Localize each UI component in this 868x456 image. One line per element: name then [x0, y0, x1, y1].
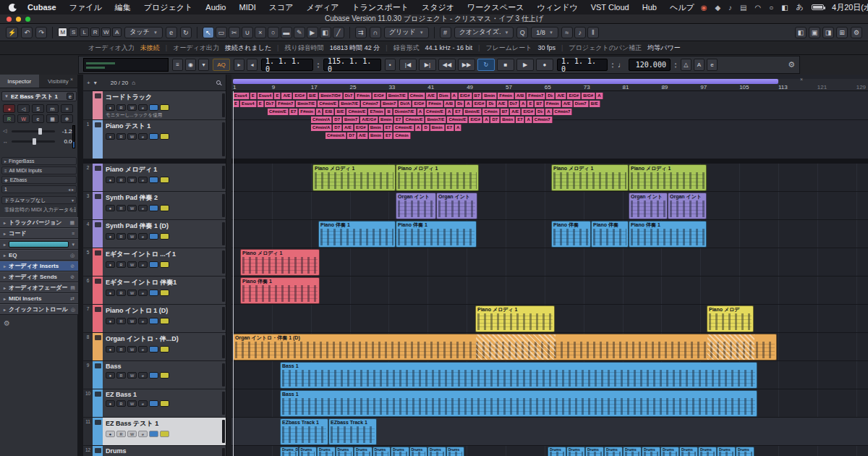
midi-event[interactable]: Piano 伴奏 — [591, 221, 629, 248]
track-button-0[interactable]: ● — [106, 177, 115, 183]
pan-slider-thumb[interactable] — [33, 138, 36, 145]
midi-event[interactable]: Bass 1 — [280, 362, 757, 389]
track-button-0[interactable]: ● — [106, 233, 115, 240]
chord-event[interactable]: C#min/E — [425, 109, 446, 115]
volume-slider-thumb[interactable] — [38, 128, 42, 135]
chord-event[interactable]: E7 — [394, 117, 403, 123]
chord-event[interactable]: F#min7 — [527, 93, 545, 99]
toolbar-setup-gear-icon[interactable]: ⚙ — [851, 27, 862, 38]
menu-item[interactable]: 編集 — [109, 2, 137, 13]
glue-tool[interactable]: ∪ — [242, 27, 253, 38]
midi-event[interactable]: Organ イント — [668, 193, 707, 219]
track-button-3[interactable]: e — [138, 290, 148, 296]
track-row[interactable]: 7Piano イントロ 1 (D)●RWe — [83, 305, 226, 333]
metronome-button[interactable]: △ — [681, 59, 692, 71]
track-button-0[interactable]: ● — [106, 261, 115, 268]
midi-event[interactable]: Piano メロディ 1 — [312, 164, 396, 191]
track-row[interactable]: 9Bass●RWe — [83, 361, 226, 389]
chord-event[interactable]: D♭ — [456, 101, 464, 107]
automation-refresh-button[interactable]: ↻ — [180, 27, 192, 38]
chord-event[interactable]: Esus4 — [240, 101, 257, 107]
menu-item[interactable]: スコア — [263, 2, 300, 13]
chord-event[interactable]: E — [527, 101, 534, 107]
track-button-3[interactable]: e — [138, 346, 148, 352]
record-button[interactable]: ● — [536, 59, 553, 71]
track-button-0[interactable]: ● — [106, 400, 115, 407]
input-routing-row[interactable]: ≡All MIDI Inputs — [1, 166, 77, 174]
track-row[interactable]: 8Organ イントロ・伴...D)●RWe — [83, 333, 226, 361]
chord-event[interactable]: A — [455, 124, 461, 131]
menu-item[interactable]: ファイル — [63, 2, 109, 13]
draw-tool[interactable]: ✎ — [294, 27, 305, 38]
toolbar-letter-s[interactable]: S — [69, 28, 78, 37]
erase-tool[interactable]: × — [255, 27, 266, 38]
toolbar-letter-r[interactable]: R — [90, 28, 100, 37]
chord-event[interactable]: A/E — [497, 101, 508, 107]
close-left-zone-button[interactable]: × — [70, 77, 73, 82]
midi-event[interactable]: Bass 1 — [280, 390, 757, 417]
inspector-track-header[interactable]: ▼ EZ Bass テスト 1 e — [1, 91, 77, 101]
midi-event[interactable]: EZbass Track 1 — [280, 418, 328, 445]
input-source-indicator[interactable]: あ — [796, 2, 804, 12]
track-button-2[interactable]: W — [127, 233, 137, 240]
chord-event[interactable]: D♭7 — [509, 101, 520, 107]
chord-event[interactable]: A — [525, 117, 532, 123]
chord-event[interactable]: E/G# — [373, 93, 386, 99]
write-automation-button[interactable]: W — [17, 114, 30, 123]
track-button-2[interactable]: W — [127, 372, 137, 379]
midi-event[interactable]: Drums — [642, 447, 660, 456]
chord-event[interactable]: A/E — [562, 101, 573, 107]
section-quick-controls[interactable]: ▸クイックコントロール◎ — [0, 304, 78, 315]
chord-event[interactable]: E7 — [446, 124, 454, 131]
track-row[interactable]: コードトラック●RWeモニターし...ラックを使用 — [83, 91, 226, 120]
track-button-3[interactable]: e — [138, 177, 148, 183]
lower-zone-toggle[interactable]: ▣ — [809, 27, 820, 38]
chord-event[interactable]: A — [417, 109, 424, 115]
display-icon[interactable]: ▤ — [740, 4, 746, 12]
zoom-window-button[interactable] — [25, 17, 30, 22]
chord-event[interactable]: E/G# — [469, 117, 482, 123]
chord-event[interactable]: E/B — [323, 109, 334, 115]
track-button-1[interactable]: R — [116, 177, 126, 183]
chord-event[interactable]: Bmin7/E — [339, 101, 360, 107]
color-tool[interactable]: ◧ — [320, 27, 331, 38]
auto-quantize-toggle[interactable]: AQ — [213, 59, 230, 71]
chord-event[interactable]: C#min/E — [393, 124, 414, 131]
track-button-2[interactable]: W — [127, 177, 137, 183]
click-indicator-button[interactable]: ◉ — [185, 59, 196, 71]
position-stepper[interactable]: ▲▼ — [317, 62, 320, 69]
track-button-3[interactable]: e — [138, 261, 148, 268]
lock-button[interactable]: ▪ — [385, 59, 396, 71]
chord-event[interactable]: E/G# — [412, 101, 426, 107]
chord-event[interactable]: A/B — [444, 101, 455, 107]
tempo-display[interactable]: 120.000 — [629, 59, 671, 71]
right-zone-toggle[interactable]: ◨ — [822, 27, 834, 38]
chord-event[interactable]: E7 — [454, 109, 462, 115]
track-button-2[interactable]: W — [127, 104, 137, 111]
chord-event[interactable]: C#min — [393, 132, 410, 139]
track-button-1[interactable]: R — [116, 400, 126, 407]
home-icon[interactable]: ⌂ — [132, 80, 135, 86]
chord-event[interactable]: F#min7 — [276, 101, 295, 107]
track-button-3[interactable]: e — [138, 318, 148, 324]
midi-event[interactable]: Piano メロデ — [707, 305, 754, 332]
open-drum-editor-button[interactable]: ▦ — [46, 114, 59, 123]
track-filter-button[interactable]: ▾ — [94, 80, 97, 86]
chord-event[interactable]: Bmin — [369, 124, 383, 131]
chord-event[interactable]: E/G# — [522, 109, 535, 115]
track-button-0[interactable]: ● — [106, 346, 115, 352]
track-button-0[interactable]: ● — [106, 290, 115, 296]
grid-type-dropdown[interactable]: グリッド ▼ — [384, 27, 429, 38]
chord-event[interactable]: Bmin7/E — [425, 117, 446, 123]
timeline-ruler[interactable]: 191725334149576573818997105113121129 — [231, 79, 868, 91]
track-button-3[interactable]: e — [138, 205, 148, 211]
play-button[interactable]: ▶ — [516, 59, 534, 71]
chord-event[interactable]: C#min/A — [326, 132, 346, 139]
search-icon[interactable] — [216, 80, 221, 85]
track-lane[interactable] — [231, 276, 868, 305]
menu-clock[interactable]: 4月20日(水) 20:57 — [832, 2, 868, 13]
midi-event[interactable]: Drums — [566, 447, 585, 456]
menu-item[interactable]: Cubase — [21, 3, 63, 12]
track-row[interactable]: 6Eギター イントロ 伴奏1●RWe — [83, 276, 226, 305]
track-button-2[interactable]: W — [127, 400, 137, 407]
